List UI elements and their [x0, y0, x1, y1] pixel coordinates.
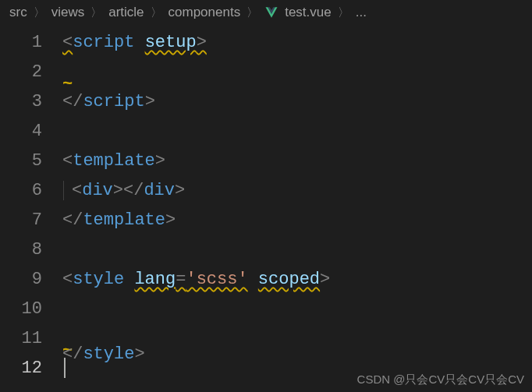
breadcrumb-item[interactable]: views — [51, 5, 85, 20]
line-number: 3 — [0, 87, 42, 117]
line-number-active: 12 — [0, 354, 42, 383]
breadcrumb-item[interactable]: test.vue — [285, 5, 332, 20]
chevron-right-icon: 〉 — [90, 5, 102, 20]
code-line[interactable] — [62, 58, 330, 87]
line-number: 1 — [0, 28, 42, 58]
vue-file-icon — [264, 5, 278, 19]
code-line[interactable]: </style> — [62, 324, 330, 354]
breadcrumb: src 〉 views 〉 article 〉 components 〉 tes… — [0, 0, 532, 25]
text-cursor-icon — [64, 358, 66, 378]
line-number: 11 — [0, 324, 42, 354]
code-editor[interactable]: 1 2 3 4 5 6 7 8 9 10 11 12 <script setup… — [0, 25, 532, 383]
line-number: 9 — [0, 265, 42, 295]
chevron-right-icon: 〉 — [246, 5, 258, 20]
line-number: 2 — [0, 58, 42, 87]
code-line[interactable] — [62, 295, 330, 324]
code-line[interactable]: <style lang='scss' scoped> — [62, 265, 330, 295]
line-number: 8 — [0, 235, 42, 265]
code-content[interactable]: <script setup> </script> <template> <div… — [62, 28, 330, 383]
line-number: 4 — [0, 117, 42, 147]
code-line[interactable]: </script> — [62, 87, 330, 117]
chevron-right-icon: 〉 — [151, 5, 162, 20]
breadcrumb-overflow[interactable]: ... — [356, 5, 367, 20]
code-line[interactable]: <div></div> — [62, 176, 330, 206]
breadcrumb-item[interactable]: components — [168, 5, 241, 20]
line-number: 5 — [0, 147, 42, 176]
watermark: CSDN @只会CV只会CV只会CV — [357, 373, 524, 387]
chevron-right-icon: 〉 — [338, 5, 349, 20]
line-number: 6 — [0, 176, 42, 206]
code-line[interactable]: <script setup> — [62, 28, 330, 58]
line-number: 10 — [0, 295, 42, 324]
code-line[interactable] — [62, 117, 330, 147]
code-line[interactable]: </template> — [62, 206, 330, 235]
code-line[interactable]: <template> — [62, 147, 330, 176]
breadcrumb-item[interactable]: src — [9, 5, 27, 20]
breadcrumb-item[interactable]: article — [108, 5, 144, 20]
line-gutter: 1 2 3 4 5 6 7 8 9 10 11 12 — [0, 28, 62, 383]
code-line[interactable] — [62, 354, 330, 383]
line-number: 7 — [0, 206, 42, 235]
chevron-right-icon: 〉 — [34, 5, 45, 20]
code-line[interactable] — [62, 235, 330, 265]
